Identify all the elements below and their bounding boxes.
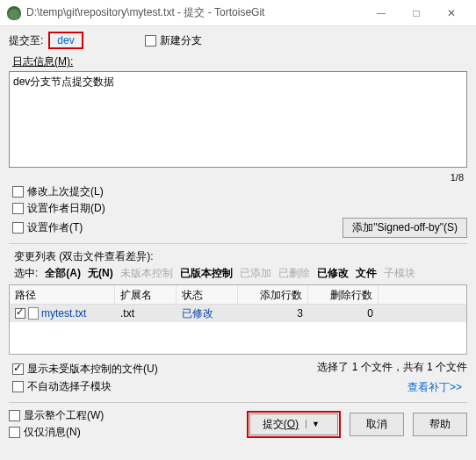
filter-versioned[interactable]: 已版本控制: [180, 266, 233, 281]
filter-added[interactable]: 已添加: [240, 266, 271, 281]
log-message-label: 日志信息(M):: [12, 54, 467, 69]
signed-off-button[interactable]: 添加"Signed-off-by"(S): [343, 218, 467, 238]
minimize-button[interactable]: [364, 1, 399, 25]
msg-only-label: 仅仅消息(N): [24, 425, 81, 440]
divider: [9, 243, 467, 244]
filter-files[interactable]: 文件: [356, 266, 377, 281]
commit-button-text: 提交: [263, 417, 284, 432]
filter-label: 选中:: [14, 266, 38, 281]
author-date-checkbox[interactable]: [12, 203, 24, 214]
show-whole-checkbox[interactable]: [9, 410, 20, 421]
author-checkbox[interactable]: [12, 222, 24, 234]
commit-button-highlight: 提交(O) ▼: [247, 411, 341, 438]
file-icon: [28, 307, 39, 320]
selection-status: 选择了 1 个文件，共有 1 个文件: [317, 360, 467, 375]
window-controls: [364, 1, 469, 25]
commit-dropdown-icon[interactable]: ▼: [306, 420, 325, 428]
filter-all[interactable]: 全部(A): [45, 266, 81, 281]
author-label: 设置作者(T): [27, 220, 83, 235]
table-header: 路径 扩展名 状态 添加行数 删除行数: [10, 285, 466, 305]
commit-button[interactable]: 提交(O) ▼: [249, 413, 338, 435]
no-auto-submodule-label: 不自动选择子模块: [27, 379, 112, 394]
col-del[interactable]: 删除行数: [308, 285, 379, 304]
table-row[interactable]: mytest.txt .txt 已修改 3 0: [10, 305, 466, 322]
filter-unversioned[interactable]: 未版本控制: [120, 266, 173, 281]
changes-label: 变更列表 (双击文件查看差异):: [14, 249, 467, 264]
show-whole-label: 显示整个工程(W): [24, 408, 104, 423]
commit-to-label: 提交至:: [9, 33, 43, 48]
file-status: 已修改: [177, 305, 238, 323]
cancel-button[interactable]: 取消: [350, 413, 404, 436]
filter-none[interactable]: 无(N): [88, 266, 113, 281]
filter-row: 选中: 全部(A) 无(N) 未版本控制 已版本控制 已添加 已删除 已修改 文…: [14, 266, 467, 281]
commit-button-key: (O): [284, 418, 299, 430]
msg-only-checkbox[interactable]: [9, 427, 20, 438]
new-branch-label: 新建分支: [160, 33, 202, 48]
file-ext: .txt: [115, 305, 177, 321]
col-ext[interactable]: 扩展名: [115, 285, 177, 304]
file-del: 0: [308, 305, 379, 321]
branch-name[interactable]: dev: [48, 32, 83, 49]
file-table: 路径 扩展名 状态 添加行数 删除行数 mytest.txt .txt 已修改 …: [9, 284, 467, 355]
show-unversioned-checkbox[interactable]: [12, 363, 24, 375]
file-add: 3: [238, 305, 308, 321]
filter-deleted[interactable]: 已删除: [278, 266, 310, 281]
dialog-content: 提交至: dev 新建分支 日志信息(M): 1/8 修改上次提交(L) 设置作…: [0, 26, 476, 460]
maximize-button[interactable]: [399, 1, 434, 25]
commit-message-input[interactable]: [9, 71, 467, 168]
help-button[interactable]: 帮助: [413, 413, 467, 436]
col-status[interactable]: 状态: [177, 285, 238, 304]
amend-label: 修改上次提交(L): [27, 184, 104, 199]
window-title: D:\temp\git\repository\mytest.txt - 提交 -…: [26, 5, 364, 20]
divider-2: [9, 402, 467, 403]
new-branch-checkbox[interactable]: [145, 35, 156, 47]
message-counter: 1/8: [9, 172, 464, 183]
author-date-label: 设置作者日期(D): [27, 201, 105, 216]
amend-checkbox[interactable]: [12, 186, 24, 198]
close-button[interactable]: [434, 1, 469, 25]
filter-submodules[interactable]: 子模块: [384, 266, 415, 281]
no-auto-submodule-checkbox[interactable]: [12, 381, 24, 392]
show-unversioned-label: 显示未受版本控制的文件(U): [27, 362, 158, 377]
filter-modified[interactable]: 已修改: [317, 266, 349, 281]
view-patch-link[interactable]: 查看补丁>>: [407, 380, 462, 395]
col-path[interactable]: 路径: [10, 285, 115, 304]
app-icon: [7, 6, 21, 20]
file-checkbox[interactable]: [15, 308, 25, 319]
file-path[interactable]: mytest.txt: [41, 307, 86, 320]
titlebar: D:\temp\git\repository\mytest.txt - 提交 -…: [0, 0, 476, 26]
col-add[interactable]: 添加行数: [238, 285, 308, 304]
